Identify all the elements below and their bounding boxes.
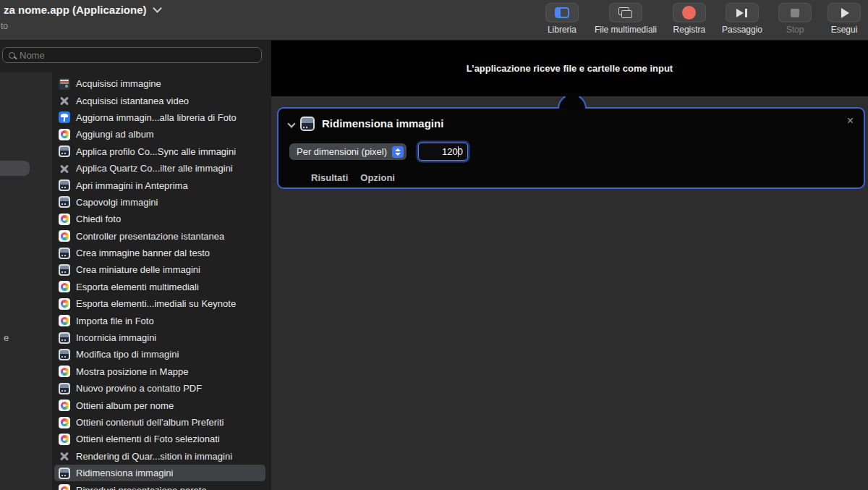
toolbar-icon-box [673,3,706,22]
toolbar-button-libreria[interactable]: Libreria [545,3,579,35]
photos-app-icon [59,417,70,428]
titlebar: za nome.app (Applicazione) to LibreriaFi… [0,0,868,41]
list-item-apri-immagini-in-anteprima[interactable]: Apri immagini in Anteprima [54,177,265,193]
media-browser-icon [618,7,632,18]
list-item-acquisisci-istantanea-video[interactable]: Acquisisci istantanea video [54,92,265,109]
action-label: Nuovo provino a contatto PDF [76,383,202,394]
toolbar-button-label: Stop [786,25,804,35]
toolbar-button-file-multimediali[interactable]: File multimediali [595,3,657,35]
list-item-applica-quartz-co-ilter-alle-immagini[interactable]: Applica Quartz Co...ilter alle immagini [54,160,265,177]
action-card-title: Ridimensiona immagini [322,117,443,130]
list-item-applica-profilo-co-sync-alle-immagini[interactable]: Applica profilo Co...Sync alle immagini [54,143,265,160]
list-item-controller-presentazione-istantanea[interactable]: Controller presentazione istantanea [54,228,265,245]
list-item-modifica-tipo-di-immagini[interactable]: Modifica tipo di immagini [54,346,265,363]
toolbar-icon-box [827,3,861,22]
step-icon [736,8,748,18]
list-item-riproduci-presentazione-parata[interactable]: Riproduci presentazione parata [54,481,265,490]
photos-library-icon [59,111,70,123]
list-item-aggiorna-immagin-alla-libreria-di-foto[interactable]: Aggiorna immagin...alla libreria di Foto [54,109,265,126]
toolbar-button-passaggio[interactable]: Passaggio [722,3,762,35]
search-input[interactable]: Nome [2,47,262,63]
list-item-ridimensiona-immagini[interactable]: Ridimensiona immagini [54,465,265,481]
selected-category-pill[interactable] [0,161,30,176]
toolbar-icon-box [545,3,579,22]
tab-risultati[interactable]: Risultati [311,172,348,183]
list-item-nuovo-provino-a-contatto-pdf[interactable]: Nuovo provino a contatto PDF [54,380,265,397]
window-title-dropdown[interactable]: za nome.app (Applicazione) [4,4,161,16]
size-value-field[interactable]: 1200 [418,143,468,161]
image-file-icon [59,248,70,259]
size-value: 1200 [442,146,463,157]
truncated-category-label: e [4,332,9,343]
action-label: Importa file in Foto [76,316,154,326]
photos-app-icon [59,214,70,225]
toolbar-button-esegui[interactable]: Esegui [827,3,861,35]
image-file-icon [59,332,70,344]
action-label: Chiedi foto [76,214,121,224]
action-label: Aggiungi ad album [76,129,154,140]
close-icon[interactable]: × [847,115,854,127]
list-item-ottieni-elementi-di-foto-selezionati[interactable]: Ottieni elementi di Foto selezionati [54,431,265,447]
list-item-ottieni-album-per-nome[interactable]: Ottieni album per nome [54,397,265,413]
chevron-down-icon [153,4,162,13]
photos-app-icon [59,434,70,445]
list-item-crea-miniature-delle-immagini[interactable]: Crea miniature delle immagini [54,261,265,278]
disclosure-chevron-icon[interactable] [287,119,295,127]
tab-opzioni[interactable]: Opzioni [360,172,395,183]
window-title: za nome.app (Applicazione) [4,4,147,16]
list-item-chiedi-foto[interactable]: Chiedi foto [54,211,265,227]
image-capture-icon [59,78,70,90]
action-label: Ottieni contenuti dell’album Preferiti [76,417,224,428]
library-category-rail: e [0,72,52,490]
photos-app-icon [59,281,70,292]
list-item-rendering-di-quar-sition-in-immagini[interactable]: Rendering di Quar...sition in immagini [54,448,265,465]
action-label: Esporta elementi multimediali [76,282,199,292]
action-label: Crea miniature delle immagini [76,264,200,275]
photos-app-icon [59,298,70,310]
photos-app-icon [59,366,70,377]
action-label: Ottieni album per nome [76,400,174,411]
size-mode-label: Per dimensioni (pixel) [297,146,387,157]
list-item-acquisisci-immagine[interactable]: Acquisisci immagine [54,75,265,92]
text-caret [458,146,459,157]
list-item-incornicia-immagini[interactable]: Incornicia immagini [54,329,265,346]
action-card-footer: RisultatiOpzioni [311,172,395,183]
toolbar-icon-box [609,3,642,22]
action-label: Ottieni elementi di Foto selezionati [76,434,220,444]
photos-app-icon [59,400,70,411]
action-label: Acquisisci immagine [76,78,161,89]
list-item-crea-immagine-banner-dal-testo[interactable]: Crea immagine banner dal testo [54,245,265,261]
image-file-icon [59,264,70,276]
toolbar-button-label: Passaggio [722,25,762,35]
image-file-icon [59,179,70,191]
list-item-esporta-elementi-imediali-su-keynote[interactable]: Esporta elementi...imediali su Keynote [54,295,265,312]
action-label: Crea immagine banner dal testo [76,248,210,258]
action-label: Applica profilo Co...Sync alle immagini [76,146,236,157]
list-item-ottieni-contenuti-dell-album-preferiti[interactable]: Ottieni contenuti dell’album Preferiti [54,414,265,431]
action-label: Controller presentazione istantanea [76,231,224,242]
list-item-importa-file-in-foto[interactable]: Importa file in Foto [54,312,265,329]
image-file-icon [59,468,70,479]
toolbar-button-registra[interactable]: Registra [673,3,706,35]
list-item-aggiungi-ad-album[interactable]: Aggiungi ad album [54,126,265,143]
action-label: Capovolgi immagini [76,197,158,208]
action-label: Apri immagini in Anteprima [76,180,188,191]
toolbar-icon-box [726,3,759,22]
action-label: Aggiorna immagin...alla libreria di Foto [76,112,237,123]
quartz-x-icon [59,450,70,462]
size-mode-popup[interactable]: Per dimensioni (pixel) [289,143,407,160]
list-item-esporta-elementi-multimediali[interactable]: Esporta elementi multimediali [54,279,265,295]
resize-images-icon [300,117,315,131]
search-icon [9,52,15,59]
list-item-mostra-posizione-in-mappe[interactable]: Mostra posizione in Mappe [54,363,265,380]
list-item-capovolgi-immagini[interactable]: Capovolgi immagini [54,194,265,211]
photos-app-icon [59,315,70,326]
photos-app-icon [59,230,70,242]
toolbar-button-label: Libreria [548,25,576,35]
run-icon [841,8,849,18]
photos-app-icon [59,129,70,140]
action-label: Esporta elementi...imediali su Keynote [76,298,236,309]
action-label: Riproduci presentazione parata [76,485,207,490]
toolbar-icon-box [778,3,812,22]
toolbar-button-label: Esegui [831,25,858,35]
